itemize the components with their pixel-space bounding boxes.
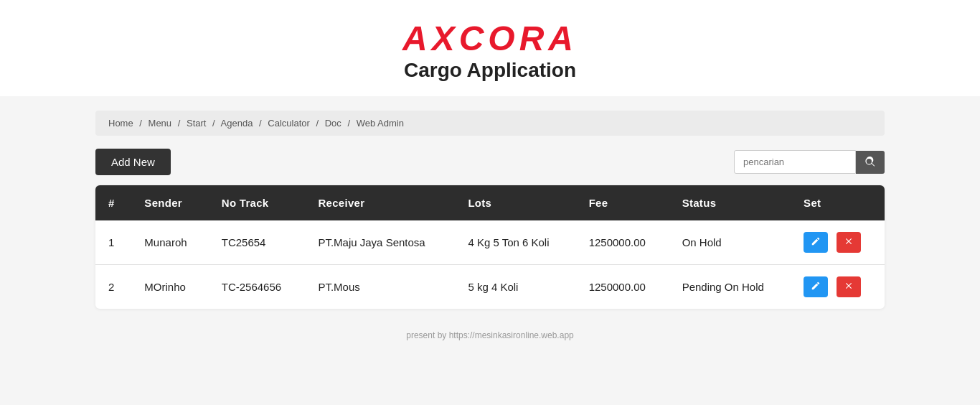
breadcrumb-separator: / [316,118,319,129]
cell-fee: 1250000.00 [576,220,669,265]
breadcrumb-item[interactable]: Web Admin [357,118,404,129]
breadcrumb-separator: / [347,118,350,129]
breadcrumb-separator: / [259,118,262,129]
col-header-lots: Lots [455,185,575,220]
cell-status: Pending On Hold [669,265,791,309]
cell-receiver: PT.Mous [305,265,455,309]
search-area [734,150,885,174]
data-table: # Sender No Track Receiver Lots Fee Stat… [95,185,885,309]
breadcrumb-item[interactable]: Doc [325,118,341,129]
search-button[interactable] [856,151,885,174]
cell-sender: Munaroh [131,220,208,265]
delete-button[interactable] [837,232,861,253]
col-header-set: Set [791,185,885,220]
edit-icon [811,281,821,291]
app-title: Cargo Application [0,59,980,82]
col-header-receiver: Receiver [305,185,455,220]
footer: present by https://mesinkasironline.web.… [406,330,573,352]
toolbar: Add New [95,149,885,175]
breadcrumb: Home / Menu / Start / Agenda / Calculato… [95,111,885,136]
cell-num: 2 [95,265,131,309]
main-container: Home / Menu / Start / Agenda / Calculato… [95,111,885,309]
cell-sender: MOrinho [131,265,208,309]
close-icon [844,236,854,246]
cell-no-track: TC25654 [209,220,306,265]
table-row: 1MunarohTC25654PT.Maju Jaya Sentosa4 Kg … [95,220,885,265]
footer-text: present by https://mesinkasironline.web.… [406,330,573,340]
cell-fee: 1250000.00 [576,265,669,309]
breadcrumb-item[interactable]: Start [187,118,206,129]
breadcrumb-separator: / [139,118,142,129]
edit-button[interactable] [804,232,828,253]
breadcrumb-separator: / [212,118,215,129]
edit-button[interactable] [804,276,828,297]
edit-icon [811,236,821,246]
add-new-button[interactable]: Add New [95,149,171,175]
cell-receiver: PT.Maju Jaya Sentosa [305,220,455,265]
cell-lots: 4 Kg 5 Ton 6 Koli [455,220,575,265]
close-icon [844,281,854,291]
table-row: 2MOrinhoTC-2564656PT.Mous5 kg 4 Koli1250… [95,265,885,309]
delete-button[interactable] [837,276,861,297]
col-header-sender: Sender [131,185,208,220]
action-buttons [804,276,872,297]
logo: AXCORA [0,22,980,56]
cell-lots: 5 kg 4 Koli [455,265,575,309]
cell-set [791,265,885,309]
breadcrumb-item[interactable]: Menu [149,118,172,129]
header: AXCORA Cargo Application [0,0,980,96]
breadcrumb-item[interactable]: Agenda [221,118,253,129]
cell-status: On Hold [669,220,791,265]
breadcrumb-separator: / [178,118,181,129]
cell-set [791,220,885,265]
table-header-row: # Sender No Track Receiver Lots Fee Stat… [95,185,885,220]
breadcrumb-item[interactable]: Calculator [268,118,310,129]
action-buttons [804,232,872,253]
cell-no-track: TC-2564656 [209,265,306,309]
search-input[interactable] [734,150,856,174]
col-header-num: # [95,185,131,220]
col-header-fee: Fee [576,185,669,220]
breadcrumb-item[interactable]: Home [108,118,133,129]
col-header-status: Status [669,185,791,220]
cell-num: 1 [95,220,131,265]
search-icon [864,157,876,168]
col-header-no-track: No Track [209,185,306,220]
